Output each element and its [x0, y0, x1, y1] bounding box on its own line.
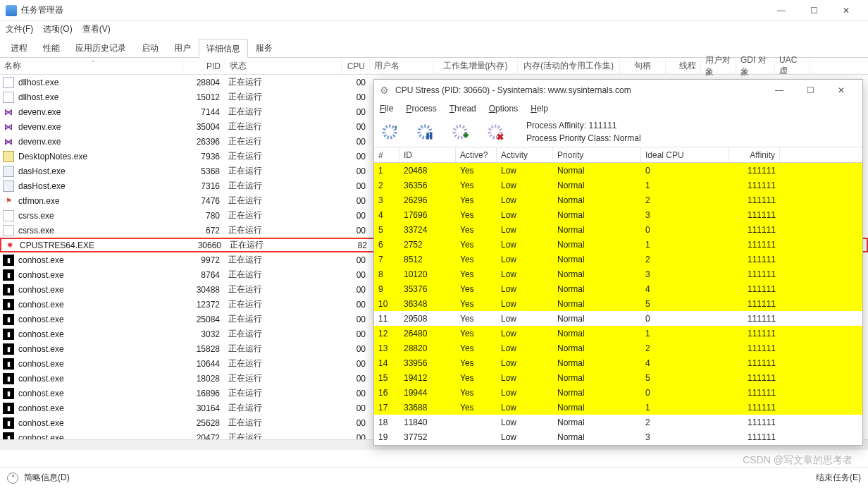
tab-startup[interactable]: 启动	[134, 38, 166, 57]
toolbar-pause-icon[interactable]	[415, 122, 435, 142]
menu-options[interactable]: 选项(O)	[43, 23, 72, 35]
thread-row[interactable]: 62752YesLowNormal1111111	[374, 237, 862, 252]
thread-row[interactable]: 1519412YesLowNormal5111111	[374, 370, 862, 385]
thread-row[interactable]: 1226480YesLowNormal1111111	[374, 326, 862, 341]
process-icon: ▮	[3, 329, 14, 340]
menu-file[interactable]: 文件(F)	[6, 23, 33, 35]
col-threads[interactable]: 线程	[666, 58, 701, 74]
thread-index: 12	[374, 329, 399, 338]
tab-performance[interactable]: 性能	[35, 38, 68, 57]
col-status[interactable]: 状态	[225, 58, 342, 74]
tab-users[interactable]: 用户	[166, 38, 199, 57]
thread-activity: Low	[497, 166, 553, 176]
process-name: conhost.exe	[17, 300, 183, 310]
cs-minimize-button[interactable]: —	[764, 80, 795, 101]
col-handles[interactable]: 句柄	[620, 58, 666, 74]
thread-row[interactable]: 1811840LowNormal2111111	[374, 415, 862, 429]
thread-index: 1	[374, 166, 399, 176]
thread-ideal-cpu: 1	[641, 403, 729, 413]
thread-row[interactable]: 1328820YesLowNormal2111111	[374, 341, 862, 355]
cs-col-affinity[interactable]: Affinity	[729, 147, 780, 162]
thread-row[interactable]: 810120YesLowNormal3111111	[374, 267, 862, 281]
toolbar-delete-icon[interactable]	[485, 122, 505, 142]
tab-app-history[interactable]: 应用历史记录	[68, 38, 134, 57]
cs-maximize-button[interactable]: ☐	[795, 80, 826, 101]
thread-row[interactable]: 78512YesLowNormal2111111	[374, 252, 862, 267]
col-memory[interactable]: 内存(活动的专用工作集)	[518, 58, 620, 74]
thread-row[interactable]: 236356YesLowNormal1111111	[374, 178, 862, 193]
thread-row[interactable]: 1036348YesLowNormal5111111	[374, 296, 862, 311]
toolbar-add-icon[interactable]	[450, 122, 470, 142]
watermark: CSDN @写文章的思考者	[743, 454, 852, 467]
cpu-stress-titlebar[interactable]: ⚙ CPU Stress (PID: 30660) - Sysinternals…	[374, 80, 862, 101]
thread-affinity: 111111	[729, 373, 780, 383]
end-task-button[interactable]: 结束任务(E)	[816, 472, 861, 484]
cs-col-activity[interactable]: Activity	[497, 147, 553, 162]
cs-menu-help[interactable]: Help	[531, 104, 548, 114]
thread-affinity: 111111	[729, 284, 780, 294]
thread-id: 17696	[399, 210, 456, 220]
process-status: 正在运行	[225, 402, 342, 414]
maximize-button[interactable]: ☐	[798, 0, 830, 21]
process-pid: 25084	[183, 315, 225, 324]
thread-ideal-cpu: 2	[641, 255, 729, 264]
thread-id: 19944	[399, 388, 456, 398]
cs-col-priority[interactable]: Priority	[553, 147, 641, 162]
process-cpu: 00	[342, 196, 370, 206]
task-manager-icon	[6, 5, 17, 16]
cs-col-active[interactable]: Active?	[456, 147, 497, 162]
col-uac[interactable]: UAC 虚	[775, 58, 810, 74]
brief-info-button[interactable]: 简略信息(D)	[24, 472, 70, 484]
thread-index: 19	[374, 432, 399, 442]
process-status: 正在运行	[225, 328, 342, 340]
process-cpu: 00	[342, 329, 370, 339]
cs-col-id[interactable]: ID	[399, 147, 456, 162]
process-pid: 672	[183, 226, 225, 236]
thread-row[interactable]: 533724YesLowNormal0111111	[374, 222, 862, 237]
thread-index: 11	[374, 314, 399, 324]
tab-details[interactable]: 详细信息	[199, 39, 248, 58]
col-user-objects[interactable]: 用户对象	[701, 58, 736, 74]
thread-row[interactable]: 1733688YesLowNormal1111111	[374, 400, 862, 415]
cs-menu-thread[interactable]: Thread	[450, 104, 476, 114]
col-user[interactable]: 用户名	[370, 58, 433, 74]
thread-id: 28820	[399, 343, 456, 353]
minimize-button[interactable]: —	[765, 0, 798, 21]
cs-menu-options[interactable]: Options	[489, 104, 518, 114]
process-status: 正在运行	[225, 224, 342, 236]
thread-activity: Low	[497, 373, 553, 383]
tab-services[interactable]: 服务	[248, 38, 280, 57]
process-name: devenv.exe	[17, 107, 183, 117]
process-pid: 30660	[185, 240, 227, 250]
cs-close-button[interactable]: ✕	[826, 80, 857, 101]
close-button[interactable]: ✕	[830, 0, 862, 21]
cpu-stress-toolbar: Process Affinity: 111111 Process Priorit…	[374, 116, 862, 147]
thread-row[interactable]: 1129508YesLowNormal0111111	[374, 311, 862, 326]
cs-thread-list[interactable]: 120468YesLowNormal0111111236356YesLowNor…	[374, 163, 862, 444]
thread-row[interactable]: 326296YesLowNormal2111111	[374, 193, 862, 207]
thread-row[interactable]: 1433956YesLowNormal4111111	[374, 355, 862, 370]
thread-row[interactable]: 935376YesLowNormal4111111	[374, 281, 862, 296]
tab-processes[interactable]: 进程	[3, 38, 35, 57]
col-gdi[interactable]: GDI 对象	[736, 58, 775, 74]
thread-row[interactable]: 120468YesLowNormal0111111	[374, 163, 862, 178]
toolbar-refresh-icon[interactable]	[380, 122, 399, 142]
cs-menu-process[interactable]: Process	[406, 104, 436, 114]
col-workingset[interactable]: 工作集增量(内存)	[433, 58, 518, 74]
col-pid[interactable]: PID	[183, 58, 225, 74]
thread-row[interactable]: 417696YesLowNormal3111111	[374, 207, 862, 222]
cs-col-ideal[interactable]: Ideal CPU	[641, 147, 729, 162]
thread-id: 29508	[399, 314, 456, 324]
thread-row[interactable]: 1619944YesLowNormal0111111	[374, 385, 862, 400]
cs-col-n[interactable]: #	[374, 147, 399, 162]
thread-affinity: 111111	[729, 358, 780, 368]
process-icon: ⋈	[3, 106, 14, 118]
thread-row[interactable]: 1937752LowNormal3111111	[374, 429, 862, 444]
cs-menu-file[interactable]: File	[380, 104, 393, 114]
col-cpu[interactable]: CPU	[342, 58, 370, 74]
expand-up-icon[interactable]: ˄	[7, 472, 18, 484]
thread-ideal-cpu: 3	[641, 432, 729, 442]
process-pid: 30164	[183, 403, 225, 413]
process-icon: ▮	[3, 358, 14, 370]
menu-view[interactable]: 查看(V)	[82, 23, 111, 35]
